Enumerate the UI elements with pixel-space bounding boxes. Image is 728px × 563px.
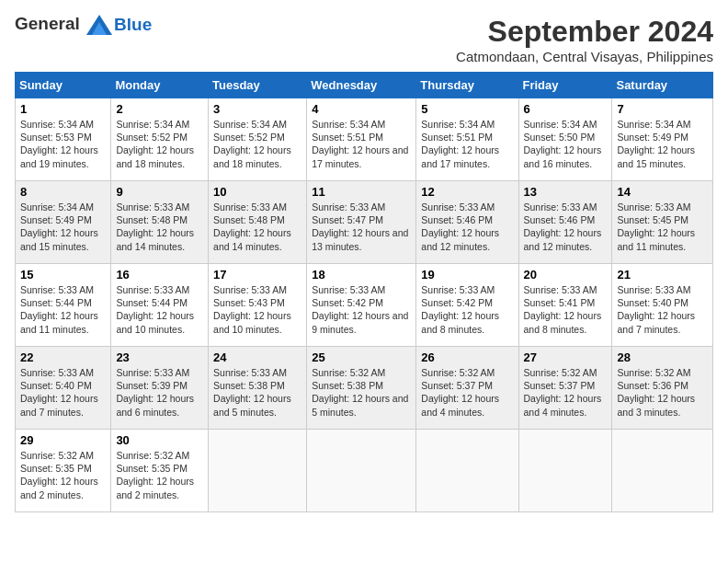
col-friday: Friday <box>518 73 612 98</box>
day-number: 10 <box>213 185 301 199</box>
calendar-week-row: 1 Sunrise: 5:34 AMSunset: 5:53 PMDayligh… <box>16 98 713 181</box>
calendar-cell: 25 Sunrise: 5:32 AMSunset: 5:38 PMDaylig… <box>307 347 416 430</box>
calendar-cell: 9 Sunrise: 5:33 AMSunset: 5:48 PMDayligh… <box>111 181 209 264</box>
day-number: 29 <box>20 433 106 447</box>
calendar-cell <box>612 430 713 512</box>
day-info: Sunrise: 5:32 AMSunset: 5:37 PMDaylight:… <box>524 366 608 419</box>
day-info: Sunrise: 5:32 AMSunset: 5:36 PMDaylight:… <box>617 366 708 419</box>
calendar-week-row: 15 Sunrise: 5:33 AMSunset: 5:44 PMDaylig… <box>16 264 713 347</box>
day-info: Sunrise: 5:34 AMSunset: 5:52 PMDaylight:… <box>213 118 301 170</box>
day-number: 26 <box>421 350 513 364</box>
calendar-cell: 2 Sunrise: 5:34 AMSunset: 5:52 PMDayligh… <box>111 98 209 181</box>
day-info: Sunrise: 5:34 AMSunset: 5:51 PMDaylight:… <box>312 118 411 170</box>
calendar-cell: 26 Sunrise: 5:32 AMSunset: 5:37 PMDaylig… <box>416 347 518 430</box>
col-tuesday: Tuesday <box>209 73 307 98</box>
calendar-cell: 5 Sunrise: 5:34 AMSunset: 5:51 PMDayligh… <box>416 98 518 181</box>
day-info: Sunrise: 5:32 AMSunset: 5:35 PMDaylight:… <box>20 449 106 501</box>
calendar-week-row: 29 Sunrise: 5:32 AMSunset: 5:35 PMDaylig… <box>16 430 713 512</box>
calendar-cell: 4 Sunrise: 5:34 AMSunset: 5:51 PMDayligh… <box>307 98 416 181</box>
day-number: 27 <box>524 350 608 364</box>
calendar-cell: 14 Sunrise: 5:33 AMSunset: 5:45 PMDaylig… <box>612 181 713 264</box>
day-info: Sunrise: 5:33 AMSunset: 5:41 PMDaylight:… <box>524 283 608 336</box>
day-info: Sunrise: 5:33 AMSunset: 5:45 PMDaylight:… <box>617 201 708 253</box>
day-info: Sunrise: 5:34 AMSunset: 5:51 PMDaylight:… <box>421 118 513 170</box>
calendar-cell: 7 Sunrise: 5:34 AMSunset: 5:49 PMDayligh… <box>612 98 713 181</box>
day-info: Sunrise: 5:34 AMSunset: 5:49 PMDaylight:… <box>617 118 708 170</box>
calendar-cell <box>416 430 518 512</box>
logo-icon <box>86 15 112 35</box>
col-monday: Monday <box>111 73 209 98</box>
calendar-cell: 22 Sunrise: 5:33 AMSunset: 5:40 PMDaylig… <box>16 347 111 430</box>
day-number: 4 <box>312 102 411 116</box>
day-number: 1 <box>20 102 106 116</box>
day-info: Sunrise: 5:34 AMSunset: 5:49 PMDaylight:… <box>20 201 106 253</box>
calendar-cell: 27 Sunrise: 5:32 AMSunset: 5:37 PMDaylig… <box>518 347 612 430</box>
calendar-cell: 20 Sunrise: 5:33 AMSunset: 5:41 PMDaylig… <box>518 264 612 347</box>
day-info: Sunrise: 5:33 AMSunset: 5:39 PMDaylight:… <box>116 366 203 419</box>
col-saturday: Saturday <box>612 73 713 98</box>
day-info: Sunrise: 5:33 AMSunset: 5:42 PMDaylight:… <box>312 283 411 336</box>
day-info: Sunrise: 5:33 AMSunset: 5:44 PMDaylight:… <box>116 283 203 336</box>
col-thursday: Thursday <box>416 73 518 98</box>
calendar-week-row: 22 Sunrise: 5:33 AMSunset: 5:40 PMDaylig… <box>16 347 713 430</box>
calendar-cell: 29 Sunrise: 5:32 AMSunset: 5:35 PMDaylig… <box>16 430 111 512</box>
calendar-cell: 11 Sunrise: 5:33 AMSunset: 5:47 PMDaylig… <box>307 181 416 264</box>
day-number: 25 <box>312 350 411 364</box>
day-info: Sunrise: 5:32 AMSunset: 5:37 PMDaylight:… <box>421 366 513 419</box>
location-title: Catmondaan, Central Visayas, Philippines <box>456 49 713 64</box>
day-number: 12 <box>421 185 513 199</box>
day-info: Sunrise: 5:33 AMSunset: 5:40 PMDaylight:… <box>20 366 106 419</box>
day-number: 17 <box>213 268 301 282</box>
calendar-week-row: 8 Sunrise: 5:34 AMSunset: 5:49 PMDayligh… <box>16 181 713 264</box>
day-number: 28 <box>617 350 708 364</box>
calendar-cell: 10 Sunrise: 5:33 AMSunset: 5:48 PMDaylig… <box>209 181 307 264</box>
day-number: 21 <box>617 268 708 282</box>
day-info: Sunrise: 5:33 AMSunset: 5:48 PMDaylight:… <box>116 201 203 253</box>
day-number: 15 <box>20 268 106 282</box>
day-number: 23 <box>116 350 203 364</box>
day-number: 9 <box>116 185 203 199</box>
day-info: Sunrise: 5:33 AMSunset: 5:47 PMDaylight:… <box>312 201 411 253</box>
col-sunday: Sunday <box>16 73 111 98</box>
day-number: 13 <box>524 185 608 199</box>
day-number: 8 <box>20 185 106 199</box>
day-info: Sunrise: 5:32 AMSunset: 5:35 PMDaylight:… <box>116 449 203 501</box>
day-number: 3 <box>213 102 301 116</box>
calendar-cell: 3 Sunrise: 5:34 AMSunset: 5:52 PMDayligh… <box>209 98 307 181</box>
day-number: 6 <box>524 102 608 116</box>
page-header: General Blue September 2024 Catmondaan, … <box>15 15 713 64</box>
calendar-cell: 18 Sunrise: 5:33 AMSunset: 5:42 PMDaylig… <box>307 264 416 347</box>
day-info: Sunrise: 5:33 AMSunset: 5:46 PMDaylight:… <box>524 201 608 253</box>
day-info: Sunrise: 5:33 AMSunset: 5:38 PMDaylight:… <box>213 366 301 419</box>
day-number: 18 <box>312 268 411 282</box>
day-number: 11 <box>312 185 411 199</box>
month-title: September 2024 <box>456 15 713 49</box>
day-info: Sunrise: 5:33 AMSunset: 5:43 PMDaylight:… <box>213 283 301 336</box>
day-number: 5 <box>421 102 513 116</box>
day-number: 30 <box>116 433 203 447</box>
calendar-table: Sunday Monday Tuesday Wednesday Thursday… <box>15 72 713 512</box>
calendar-cell: 1 Sunrise: 5:34 AMSunset: 5:53 PMDayligh… <box>16 98 111 181</box>
calendar-cell: 16 Sunrise: 5:33 AMSunset: 5:44 PMDaylig… <box>111 264 209 347</box>
col-wednesday: Wednesday <box>307 73 416 98</box>
calendar-cell <box>518 430 612 512</box>
calendar-cell: 24 Sunrise: 5:33 AMSunset: 5:38 PMDaylig… <box>209 347 307 430</box>
day-number: 2 <box>116 102 203 116</box>
day-info: Sunrise: 5:34 AMSunset: 5:50 PMDaylight:… <box>524 118 608 170</box>
calendar-cell: 13 Sunrise: 5:33 AMSunset: 5:46 PMDaylig… <box>518 181 612 264</box>
calendar-cell: 15 Sunrise: 5:33 AMSunset: 5:44 PMDaylig… <box>16 264 111 347</box>
calendar-cell <box>307 430 416 512</box>
calendar-header-row: Sunday Monday Tuesday Wednesday Thursday… <box>16 73 713 98</box>
day-info: Sunrise: 5:33 AMSunset: 5:48 PMDaylight:… <box>213 201 301 253</box>
calendar-cell: 12 Sunrise: 5:33 AMSunset: 5:46 PMDaylig… <box>416 181 518 264</box>
day-number: 14 <box>617 185 708 199</box>
day-number: 24 <box>213 350 301 364</box>
day-number: 19 <box>421 268 513 282</box>
day-info: Sunrise: 5:32 AMSunset: 5:38 PMDaylight:… <box>312 366 411 419</box>
calendar-cell: 6 Sunrise: 5:34 AMSunset: 5:50 PMDayligh… <box>518 98 612 181</box>
day-info: Sunrise: 5:33 AMSunset: 5:40 PMDaylight:… <box>617 283 708 336</box>
logo: General Blue <box>15 15 152 35</box>
day-info: Sunrise: 5:33 AMSunset: 5:44 PMDaylight:… <box>20 283 106 336</box>
day-number: 7 <box>617 102 708 116</box>
calendar-cell <box>209 430 307 512</box>
